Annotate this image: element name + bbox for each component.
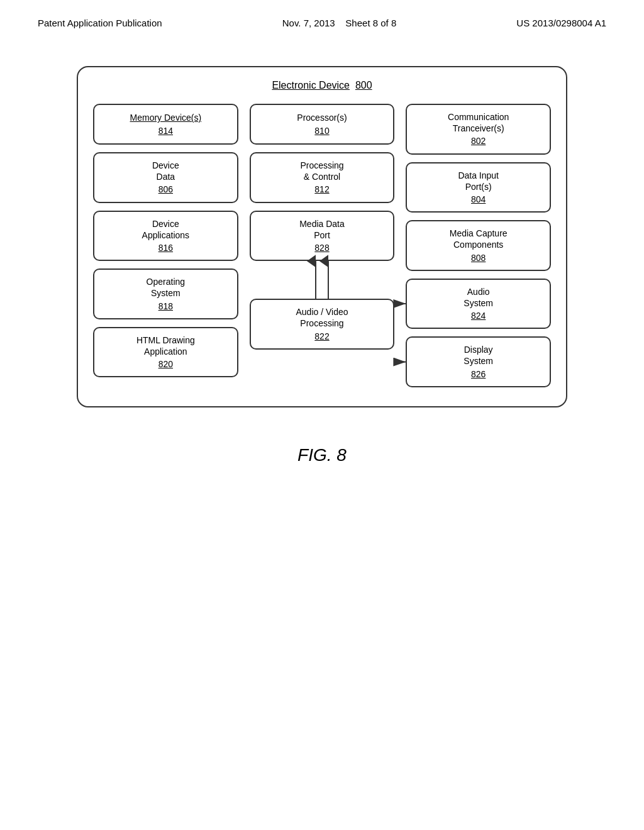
media-capture-box: Media CaptureComponents 808 bbox=[406, 220, 551, 271]
device-applications-box: DeviceApplications 816 bbox=[93, 211, 238, 262]
page-header: Patent Application Publication Nov. 7, 2… bbox=[0, 0, 644, 41]
device-title: Electronic Device 800 bbox=[93, 80, 551, 91]
data-input-port-box: Data InputPort(s) 804 bbox=[406, 162, 551, 213]
header-right: US 2013/0298004 A1 bbox=[516, 18, 606, 28]
figure-caption: FIG. 8 bbox=[0, 445, 644, 465]
col-right: CommunicationTranceiver(s) 802 Data Inpu… bbox=[406, 104, 551, 387]
operating-system-box: OperatingSystem 818 bbox=[93, 268, 238, 319]
html-drawing-box: HTML DrawingApplication 820 bbox=[93, 327, 238, 378]
col-left: Memory Device(s) 814 DeviceData 806 Devi… bbox=[93, 104, 238, 387]
audio-system-box: AudioSystem 824 bbox=[406, 279, 551, 329]
processing-control-box: Processing& Control 812 bbox=[250, 152, 395, 203]
audio-video-processing-box: Audio / VideoProcessing 822 bbox=[250, 299, 395, 350]
header-left: Patent Application Publication bbox=[38, 18, 162, 28]
device-box: Electronic Device 800 Memory Device(s) 8… bbox=[77, 66, 567, 407]
memory-device-box: Memory Device(s) 814 bbox=[93, 104, 238, 145]
header-center: Nov. 7, 2013 Sheet 8 of 8 bbox=[282, 18, 397, 28]
device-data-box: DeviceData 806 bbox=[93, 152, 238, 203]
display-system-box: DisplaySystem 826 bbox=[406, 336, 551, 387]
col-middle: Processor(s) 810 Processing& Control 812… bbox=[250, 104, 395, 387]
processors-box: Processor(s) 810 bbox=[250, 104, 395, 145]
media-data-port-box: Media DataPort 828 bbox=[250, 211, 395, 262]
diagram-area: Electronic Device 800 Memory Device(s) 8… bbox=[0, 41, 644, 407]
communication-tranceiver-box: CommunicationTranceiver(s) 802 bbox=[406, 104, 551, 155]
